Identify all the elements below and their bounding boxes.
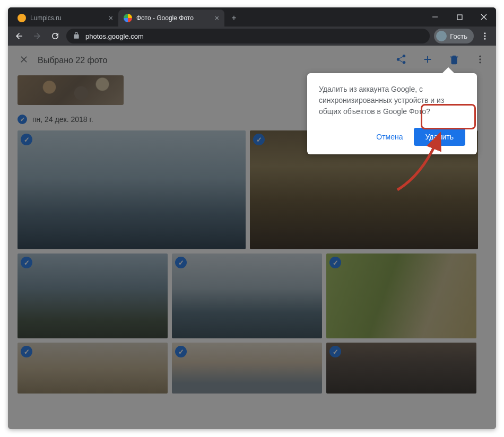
deselect-icon[interactable] bbox=[19, 54, 29, 67]
new-tab-button[interactable]: + bbox=[227, 11, 241, 25]
tab-google-photos[interactable]: Фото - Google Фото × bbox=[118, 10, 224, 27]
svg-point-4 bbox=[484, 32, 486, 34]
close-icon[interactable]: × bbox=[109, 14, 113, 22]
tab-title: Lumpics.ru bbox=[30, 14, 62, 22]
date-label: пн, 24 дек. 2018 г. bbox=[32, 115, 93, 124]
check-icon[interactable] bbox=[329, 346, 341, 357]
window-controls bbox=[423, 7, 496, 27]
maximize-icon[interactable] bbox=[447, 7, 472, 27]
delete-button[interactable]: Удалить bbox=[414, 128, 465, 146]
trash-icon[interactable] bbox=[448, 54, 460, 67]
photo-thumbnail[interactable] bbox=[18, 130, 246, 249]
page-content: Выбрано 22 фото пн, 24 дек. 2018 г. bbox=[8, 46, 496, 429]
forward-icon[interactable] bbox=[30, 29, 44, 43]
cancel-button[interactable]: Отмена bbox=[370, 128, 409, 145]
check-icon[interactable] bbox=[21, 257, 32, 268]
svg-point-5 bbox=[484, 36, 486, 37]
photo-thumbnail[interactable] bbox=[18, 343, 168, 394]
more-icon[interactable] bbox=[475, 54, 485, 67]
check-icon[interactable] bbox=[175, 257, 187, 268]
check-icon[interactable] bbox=[18, 115, 27, 124]
svg-point-7 bbox=[479, 56, 481, 57]
photo-thumbnail[interactable] bbox=[326, 343, 476, 394]
menu-icon[interactable] bbox=[478, 29, 492, 43]
minimize-icon[interactable] bbox=[423, 7, 447, 27]
tab-strip: Lumpics.ru × Фото - Google Фото × + bbox=[12, 7, 241, 27]
url-text: photos.google.com bbox=[85, 32, 144, 40]
check-icon[interactable] bbox=[175, 346, 187, 357]
photo-thumbnail[interactable] bbox=[172, 343, 322, 394]
photo-thumbnail[interactable] bbox=[18, 254, 168, 338]
svg-rect-1 bbox=[457, 15, 462, 20]
profile-label: Гость bbox=[450, 32, 467, 40]
titlebar: Lumpics.ru × Фото - Google Фото × + bbox=[8, 7, 496, 27]
reload-icon[interactable] bbox=[48, 29, 62, 43]
check-icon[interactable] bbox=[21, 346, 32, 357]
selection-count: Выбрано 22 фото bbox=[38, 56, 107, 65]
back-icon[interactable] bbox=[12, 29, 26, 43]
address-bar: photos.google.com Гость bbox=[8, 27, 496, 46]
add-icon[interactable] bbox=[422, 54, 433, 67]
close-icon[interactable]: × bbox=[215, 14, 219, 22]
omnibox[interactable]: photos.google.com bbox=[66, 29, 430, 43]
check-icon[interactable] bbox=[253, 134, 265, 145]
tab-title: Фото - Google Фото bbox=[136, 14, 194, 22]
dialog-message: Удалить из аккаунта Google, с синхронизи… bbox=[319, 84, 465, 117]
favicon-icon bbox=[18, 14, 26, 22]
svg-point-9 bbox=[479, 62, 481, 63]
svg-point-8 bbox=[479, 58, 481, 60]
svg-point-6 bbox=[484, 38, 486, 40]
photo-thumbnail[interactable] bbox=[18, 75, 124, 105]
photo-thumbnail[interactable] bbox=[326, 254, 476, 338]
photo-thumbnail[interactable] bbox=[172, 254, 322, 338]
profile-button[interactable]: Гость bbox=[434, 29, 474, 43]
check-icon[interactable] bbox=[329, 257, 341, 268]
lock-icon bbox=[73, 32, 80, 41]
avatar-icon bbox=[436, 31, 447, 41]
share-icon[interactable] bbox=[395, 54, 407, 67]
browser-window: Lumpics.ru × Фото - Google Фото × + phot… bbox=[8, 7, 496, 429]
check-icon[interactable] bbox=[21, 134, 32, 145]
favicon-icon bbox=[124, 14, 132, 22]
selection-toolbar: Выбрано 22 фото bbox=[8, 46, 496, 75]
close-window-icon[interactable] bbox=[472, 7, 496, 27]
tab-lumpics[interactable]: Lumpics.ru × bbox=[12, 10, 118, 27]
delete-confirm-dialog: Удалить из аккаунта Google, с синхронизи… bbox=[307, 73, 477, 154]
